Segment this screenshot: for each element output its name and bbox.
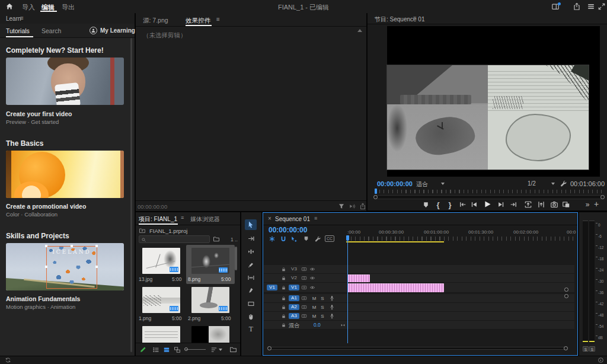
tab-project[interactable]: 项目: FIANL_1 bbox=[139, 215, 177, 223]
voiceover-mic-icon[interactable] bbox=[329, 304, 335, 310]
captions-badge[interactable]: CC bbox=[325, 235, 334, 242]
zoom-slider[interactable] bbox=[186, 349, 206, 350]
timeline-tab-close-icon[interactable]: × bbox=[268, 215, 271, 222]
thumbnail-partial-left[interactable] bbox=[142, 326, 180, 343]
lock-icon[interactable] bbox=[281, 296, 286, 301]
fullscreen-icon[interactable] bbox=[598, 2, 606, 11]
sync-status-icon[interactable] bbox=[5, 357, 11, 363]
info-icon[interactable] bbox=[598, 357, 604, 363]
step-back-icon[interactable] bbox=[470, 200, 478, 209]
project-writable-pencil-icon[interactable] bbox=[139, 346, 147, 353]
track-name-a2[interactable]: A2 bbox=[289, 304, 299, 310]
card-title-1[interactable]: Create your first video bbox=[6, 110, 72, 117]
mute-button[interactable]: M bbox=[311, 313, 317, 319]
lock-icon[interactable] bbox=[281, 267, 286, 272]
lift-icon[interactable] bbox=[524, 200, 532, 209]
scroll-up-arrow-icon[interactable] bbox=[357, 29, 362, 32]
snap-magnet-icon[interactable] bbox=[280, 235, 287, 242]
track-targeting-icon[interactable] bbox=[301, 275, 307, 281]
lock-icon[interactable] bbox=[281, 323, 286, 328]
track-select-tool-icon[interactable] bbox=[247, 235, 255, 242]
lock-icon[interactable] bbox=[281, 305, 286, 310]
lock-icon[interactable] bbox=[281, 314, 286, 319]
card-title-3[interactable]: Animation Fundamentals bbox=[6, 295, 80, 302]
track-targeting-icon[interactable] bbox=[301, 313, 307, 319]
add-marker-icon[interactable] bbox=[422, 201, 430, 209]
program-menu-icon[interactable]: ≡ bbox=[413, 15, 417, 21]
selection-handle[interactable] bbox=[71, 245, 73, 247]
lock-icon[interactable] bbox=[281, 276, 286, 281]
program-scrollbar[interactable] bbox=[373, 195, 605, 199]
tab-media-browser[interactable]: 媒体浏览器 bbox=[190, 215, 220, 223]
hand-tool-icon[interactable] bbox=[247, 313, 255, 321]
tutorial-card-promo-video[interactable] bbox=[6, 151, 124, 198]
my-learning-label[interactable]: My Learning bbox=[100, 27, 135, 34]
v-scrollbar-bottom-handle[interactable] bbox=[564, 294, 568, 298]
freeform-view-icon[interactable] bbox=[174, 346, 181, 353]
play-clip-audio-icon[interactable] bbox=[349, 203, 356, 210]
list-view-icon[interactable] bbox=[152, 346, 159, 353]
step-forward-icon[interactable] bbox=[497, 200, 505, 209]
learn-scrollbar[interactable] bbox=[130, 38, 132, 352]
tab-effect-controls[interactable]: 效果控件 bbox=[186, 17, 210, 25]
selection-handle[interactable] bbox=[45, 245, 47, 247]
project-item-selected[interactable]: 8.png 5:00 bbox=[186, 245, 235, 284]
folder-up-icon[interactable] bbox=[139, 227, 146, 234]
clip-v2[interactable] bbox=[347, 274, 370, 282]
rectangle-tool-icon[interactable] bbox=[247, 300, 255, 308]
track-name-a1[interactable]: A1 bbox=[289, 295, 299, 301]
sort-icon[interactable] bbox=[210, 346, 218, 353]
go-to-out-icon[interactable] bbox=[509, 200, 517, 209]
mark-out-icon[interactable]: } bbox=[446, 200, 454, 209]
zoom-slider-knob[interactable] bbox=[184, 347, 188, 351]
comparison-view-icon[interactable] bbox=[562, 200, 570, 209]
h-scrollbar[interactable] bbox=[269, 347, 567, 350]
program-playhead[interactable] bbox=[375, 189, 377, 194]
project-item[interactable]: 13.jpg 5:00 bbox=[138, 245, 185, 283]
extract-icon[interactable] bbox=[537, 200, 545, 209]
new-bin-icon[interactable] bbox=[229, 346, 237, 353]
slip-tool-icon[interactable] bbox=[247, 274, 255, 282]
project-item[interactable]: 2.png 5:00 bbox=[186, 285, 235, 323]
lock-icon[interactable] bbox=[281, 285, 286, 290]
eye-icon[interactable] bbox=[309, 266, 315, 272]
go-to-in-icon[interactable] bbox=[459, 200, 467, 209]
tab-import[interactable]: 导入 bbox=[22, 3, 35, 12]
h-scrollbar-right-handle[interactable] bbox=[564, 346, 568, 350]
effect-controls-menu-icon[interactable]: ≡ bbox=[216, 16, 220, 23]
home-icon[interactable] bbox=[5, 2, 14, 11]
tab-search[interactable]: Search bbox=[41, 27, 61, 34]
track-targeting-icon[interactable] bbox=[301, 304, 307, 310]
program-mini-ruler[interactable] bbox=[375, 190, 602, 193]
selection-handle[interactable] bbox=[95, 266, 98, 268]
solo-button[interactable]: S bbox=[320, 295, 325, 301]
program-scrollbar-left-handle[interactable] bbox=[373, 195, 378, 199]
play-icon[interactable] bbox=[483, 200, 492, 209]
linked-selection-icon[interactable] bbox=[290, 235, 298, 242]
eye-icon[interactable] bbox=[309, 285, 315, 290]
master-level-value[interactable]: 0.0 bbox=[314, 322, 321, 328]
solo-left-button[interactable]: S bbox=[583, 346, 589, 352]
stacked-panels-icon[interactable] bbox=[587, 2, 595, 11]
selection-tool-icon[interactable] bbox=[247, 221, 255, 229]
track-name-v2[interactable]: V2 bbox=[289, 275, 299, 281]
selection-handle[interactable] bbox=[95, 245, 98, 247]
my-learning-avatar[interactable] bbox=[90, 27, 97, 34]
ripple-edit-tool-icon[interactable] bbox=[247, 248, 255, 256]
type-tool-icon[interactable]: T bbox=[247, 325, 255, 333]
timeline-settings-wrench-icon[interactable] bbox=[314, 235, 321, 242]
new-search-bin-icon[interactable] bbox=[213, 235, 220, 242]
track-targeting-icon[interactable] bbox=[301, 285, 307, 290]
learn-panel-menu-icon[interactable]: ≡ bbox=[20, 15, 24, 21]
export-frame-icon[interactable] bbox=[359, 203, 366, 210]
v-scrollbar-top-handle[interactable] bbox=[564, 288, 568, 292]
solo-button[interactable]: S bbox=[320, 313, 325, 319]
h-scrollbar-left-handle[interactable] bbox=[267, 346, 271, 350]
settings-wrench-icon[interactable] bbox=[560, 180, 567, 187]
track-targeting-icon[interactable] bbox=[301, 295, 307, 301]
pen-tool-icon[interactable] bbox=[247, 287, 255, 295]
solo-right-button[interactable]: S bbox=[589, 346, 595, 352]
filter-icon[interactable] bbox=[338, 203, 345, 210]
solo-button[interactable]: S bbox=[320, 304, 325, 310]
nest-sequence-icon[interactable] bbox=[269, 235, 276, 242]
